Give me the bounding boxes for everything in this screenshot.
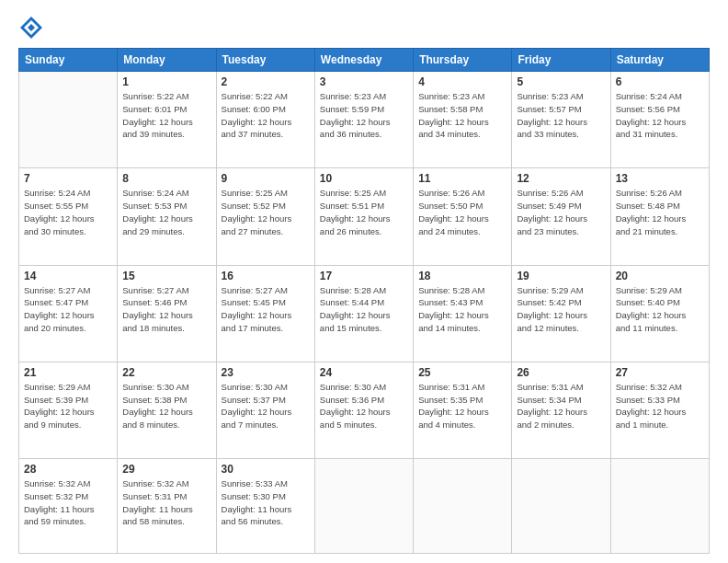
day-number: 2 — [222, 75, 310, 88]
day-info: Sunrise: 5:26 AM Sunset: 5:49 PM Dayligh… — [517, 187, 605, 237]
week-row-3: 14Sunrise: 5:27 AM Sunset: 5:47 PM Dayli… — [19, 265, 710, 362]
day-cell — [512, 459, 610, 554]
day-cell: 7Sunrise: 5:24 AM Sunset: 5:55 PM Daylig… — [19, 168, 118, 265]
day-cell: 10Sunrise: 5:25 AM Sunset: 5:51 PM Dayli… — [314, 168, 413, 265]
day-number: 7 — [24, 172, 112, 185]
day-number: 21 — [24, 366, 112, 379]
day-cell: 1Sunrise: 5:22 AM Sunset: 6:01 PM Daylig… — [118, 72, 216, 168]
day-number: 29 — [122, 463, 210, 476]
day-cell: 14Sunrise: 5:27 AM Sunset: 5:47 PM Dayli… — [19, 265, 118, 362]
week-row-2: 7Sunrise: 5:24 AM Sunset: 5:55 PM Daylig… — [19, 168, 710, 265]
weekday-header-row: SundayMondayTuesdayWednesdayThursdayFrid… — [19, 49, 710, 72]
day-number: 30 — [222, 463, 310, 476]
day-cell: 28Sunrise: 5:32 AM Sunset: 5:32 PM Dayli… — [19, 459, 118, 554]
day-cell: 25Sunrise: 5:31 AM Sunset: 5:35 PM Dayli… — [414, 362, 512, 458]
day-cell: 19Sunrise: 5:29 AM Sunset: 5:42 PM Dayli… — [512, 265, 610, 362]
day-number: 15 — [122, 270, 210, 282]
day-info: Sunrise: 5:24 AM Sunset: 5:56 PM Dayligh… — [616, 90, 704, 141]
day-info: Sunrise: 5:32 AM Sunset: 5:33 PM Dayligh… — [616, 381, 704, 431]
day-info: Sunrise: 5:22 AM Sunset: 6:01 PM Dayligh… — [122, 90, 210, 141]
day-cell: 11Sunrise: 5:26 AM Sunset: 5:50 PM Dayli… — [414, 168, 512, 265]
day-cell: 12Sunrise: 5:26 AM Sunset: 5:49 PM Dayli… — [512, 168, 610, 265]
day-number: 12 — [517, 172, 605, 185]
day-info: Sunrise: 5:28 AM Sunset: 5:44 PM Dayligh… — [320, 284, 408, 335]
day-info: Sunrise: 5:26 AM Sunset: 5:50 PM Dayligh… — [418, 187, 506, 237]
day-info: Sunrise: 5:33 AM Sunset: 5:30 PM Dayligh… — [222, 477, 310, 528]
weekday-header-monday: Monday — [118, 49, 216, 72]
header — [18, 15, 710, 40]
day-cell: 9Sunrise: 5:25 AM Sunset: 5:52 PM Daylig… — [216, 168, 314, 265]
day-number: 26 — [517, 366, 605, 379]
day-number: 8 — [122, 172, 210, 185]
day-number: 13 — [616, 172, 704, 185]
day-cell: 17Sunrise: 5:28 AM Sunset: 5:44 PM Dayli… — [314, 265, 413, 362]
weekday-header-sunday: Sunday — [19, 49, 118, 72]
day-info: Sunrise: 5:29 AM Sunset: 5:40 PM Dayligh… — [616, 284, 704, 335]
day-info: Sunrise: 5:31 AM Sunset: 5:35 PM Dayligh… — [418, 381, 506, 431]
day-number: 18 — [418, 270, 506, 282]
day-cell: 5Sunrise: 5:23 AM Sunset: 5:57 PM Daylig… — [512, 72, 610, 168]
day-info: Sunrise: 5:28 AM Sunset: 5:43 PM Dayligh… — [418, 284, 506, 335]
day-info: Sunrise: 5:26 AM Sunset: 5:48 PM Dayligh… — [616, 187, 704, 237]
day-number: 28 — [24, 463, 112, 476]
day-cell: 27Sunrise: 5:32 AM Sunset: 5:33 PM Dayli… — [610, 362, 709, 458]
day-cell: 2Sunrise: 5:22 AM Sunset: 6:00 PM Daylig… — [216, 72, 314, 168]
day-cell: 16Sunrise: 5:27 AM Sunset: 5:45 PM Dayli… — [216, 265, 314, 362]
day-info: Sunrise: 5:30 AM Sunset: 5:37 PM Dayligh… — [222, 381, 310, 431]
weekday-header-thursday: Thursday — [414, 49, 512, 72]
day-number: 24 — [320, 366, 408, 379]
day-info: Sunrise: 5:27 AM Sunset: 5:46 PM Dayligh… — [122, 284, 210, 335]
day-cell — [19, 72, 118, 168]
day-cell: 15Sunrise: 5:27 AM Sunset: 5:46 PM Dayli… — [118, 265, 216, 362]
day-number: 4 — [418, 75, 506, 88]
day-number: 3 — [320, 75, 408, 88]
day-info: Sunrise: 5:22 AM Sunset: 6:00 PM Dayligh… — [222, 90, 310, 141]
day-number: 27 — [616, 366, 704, 379]
day-info: Sunrise: 5:29 AM Sunset: 5:39 PM Dayligh… — [24, 381, 112, 431]
day-number: 5 — [517, 75, 605, 88]
day-cell: 22Sunrise: 5:30 AM Sunset: 5:38 PM Dayli… — [118, 362, 216, 458]
day-cell: 6Sunrise: 5:24 AM Sunset: 5:56 PM Daylig… — [610, 72, 709, 168]
day-cell: 24Sunrise: 5:30 AM Sunset: 5:36 PM Dayli… — [314, 362, 413, 458]
day-number: 17 — [320, 270, 408, 282]
day-info: Sunrise: 5:23 AM Sunset: 5:58 PM Dayligh… — [418, 90, 506, 141]
day-info: Sunrise: 5:23 AM Sunset: 5:59 PM Dayligh… — [320, 90, 408, 141]
weekday-header-saturday: Saturday — [610, 49, 709, 72]
week-row-1: 1Sunrise: 5:22 AM Sunset: 6:01 PM Daylig… — [19, 72, 710, 168]
logo — [18, 15, 48, 40]
day-number: 25 — [418, 366, 506, 379]
day-cell: 21Sunrise: 5:29 AM Sunset: 5:39 PM Dayli… — [19, 362, 118, 458]
day-number: 9 — [222, 172, 310, 185]
day-cell — [414, 459, 512, 554]
day-number: 19 — [517, 270, 605, 282]
day-info: Sunrise: 5:25 AM Sunset: 5:51 PM Dayligh… — [320, 187, 408, 237]
day-cell — [610, 459, 709, 554]
page: SundayMondayTuesdayWednesdayThursdayFrid… — [0, 0, 728, 563]
calendar-table: SundayMondayTuesdayWednesdayThursdayFrid… — [18, 48, 710, 554]
day-info: Sunrise: 5:27 AM Sunset: 5:45 PM Dayligh… — [222, 284, 310, 335]
weekday-header-friday: Friday — [512, 49, 610, 72]
day-cell: 26Sunrise: 5:31 AM Sunset: 5:34 PM Dayli… — [512, 362, 610, 458]
day-info: Sunrise: 5:29 AM Sunset: 5:42 PM Dayligh… — [517, 284, 605, 335]
day-info: Sunrise: 5:25 AM Sunset: 5:52 PM Dayligh… — [222, 187, 310, 237]
day-cell: 30Sunrise: 5:33 AM Sunset: 5:30 PM Dayli… — [216, 459, 314, 554]
day-info: Sunrise: 5:24 AM Sunset: 5:55 PM Dayligh… — [24, 187, 112, 237]
day-cell: 4Sunrise: 5:23 AM Sunset: 5:58 PM Daylig… — [414, 72, 512, 168]
day-info: Sunrise: 5:30 AM Sunset: 5:36 PM Dayligh… — [320, 381, 408, 431]
day-info: Sunrise: 5:27 AM Sunset: 5:47 PM Dayligh… — [24, 284, 112, 335]
logo-icon — [18, 15, 44, 40]
day-info: Sunrise: 5:32 AM Sunset: 5:31 PM Dayligh… — [122, 477, 210, 528]
day-number: 20 — [616, 270, 704, 282]
day-number: 10 — [320, 172, 408, 185]
day-cell: 3Sunrise: 5:23 AM Sunset: 5:59 PM Daylig… — [314, 72, 413, 168]
day-number: 23 — [222, 366, 310, 379]
day-info: Sunrise: 5:32 AM Sunset: 5:32 PM Dayligh… — [24, 477, 112, 528]
day-number: 6 — [616, 75, 704, 88]
day-number: 14 — [24, 270, 112, 282]
day-cell: 18Sunrise: 5:28 AM Sunset: 5:43 PM Dayli… — [414, 265, 512, 362]
day-number: 1 — [122, 75, 210, 88]
day-info: Sunrise: 5:24 AM Sunset: 5:53 PM Dayligh… — [122, 187, 210, 237]
day-cell: 20Sunrise: 5:29 AM Sunset: 5:40 PM Dayli… — [610, 265, 709, 362]
day-number: 11 — [418, 172, 506, 185]
day-cell: 23Sunrise: 5:30 AM Sunset: 5:37 PM Dayli… — [216, 362, 314, 458]
